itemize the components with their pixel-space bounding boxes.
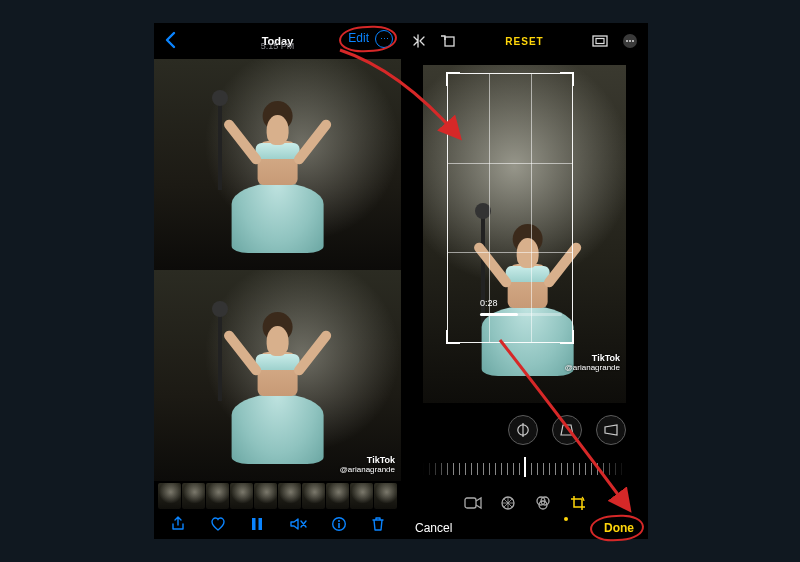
photos-viewer-pane: Today 5:15 PM Edit ⋯	[154, 23, 401, 539]
editor-mode-tabs	[401, 491, 648, 515]
video-preview-area[interactable]: TikTok @arianagrande	[154, 59, 401, 481]
crop-canvas[interactable]: TikTok @arianagrande 0:28	[401, 59, 648, 409]
info-icon[interactable]	[331, 516, 347, 532]
thumbnail[interactable]	[230, 483, 253, 509]
thumbnail[interactable]	[278, 483, 301, 509]
thumbnail[interactable]	[254, 483, 277, 509]
share-icon[interactable]	[170, 516, 186, 532]
cancel-button[interactable]: Cancel	[415, 521, 452, 535]
reset-button[interactable]: RESET	[505, 36, 543, 47]
preview-frame-bottom: TikTok @arianagrande	[154, 270, 401, 481]
pause-icon[interactable]	[250, 516, 264, 532]
rotate-icon[interactable]	[441, 34, 457, 48]
thumbnail[interactable]	[326, 483, 349, 509]
svg-rect-14	[465, 498, 476, 508]
thumbnail[interactable]	[182, 483, 205, 509]
thumbnail[interactable]	[374, 483, 397, 509]
tab-crop-icon[interactable]	[570, 495, 586, 511]
timecode-label: 0:28	[480, 298, 498, 308]
scrubber-thumbnails[interactable]	[154, 483, 401, 509]
more-icon[interactable]	[622, 33, 638, 49]
svg-rect-1	[259, 518, 263, 530]
crop-handle-tl[interactable]	[446, 72, 460, 86]
svg-point-10	[629, 40, 631, 42]
crop-handle-bl[interactable]	[446, 330, 460, 344]
watermark-handle: @arianagrande	[340, 465, 395, 474]
editor-footer: Cancel Done	[401, 517, 648, 539]
crop-header: RESET	[401, 23, 648, 59]
heart-icon[interactable]	[210, 516, 226, 532]
horizontal-perspective-button[interactable]	[596, 415, 626, 445]
flip-icon[interactable]	[411, 34, 427, 48]
speaker-muted-icon[interactable]	[289, 516, 307, 532]
svg-rect-0	[252, 518, 256, 530]
thumbnail[interactable]	[158, 483, 181, 509]
svg-point-9	[626, 40, 628, 42]
more-button[interactable]: ⋯	[375, 30, 393, 48]
tab-adjust-icon[interactable]	[500, 495, 516, 511]
tab-filters-icon[interactable]	[534, 495, 552, 511]
svg-point-3	[338, 520, 340, 522]
svg-rect-6	[593, 36, 607, 46]
thumbnail[interactable]	[206, 483, 229, 509]
svg-rect-5	[445, 37, 454, 46]
photos-bottom-toolbar	[154, 509, 401, 539]
crop-frame[interactable]: 0:28	[447, 73, 573, 343]
straighten-dial[interactable]	[423, 455, 626, 481]
preview-frame-top	[154, 59, 401, 270]
aspect-ratio-icon[interactable]	[592, 34, 608, 48]
watermark-brand: TikTok	[592, 353, 620, 363]
crop-handle-tr[interactable]	[560, 72, 574, 86]
thumbnail[interactable]	[302, 483, 325, 509]
svg-point-11	[632, 40, 634, 42]
screenshot-stage: Today 5:15 PM Edit ⋯	[154, 23, 648, 539]
tiktok-watermark: TikTok @arianagrande	[340, 456, 395, 475]
tiktok-watermark: TikTok @arianagrande	[565, 354, 620, 373]
photos-header: Today 5:15 PM Edit ⋯	[154, 23, 401, 59]
edit-button[interactable]: Edit	[348, 31, 369, 45]
watermark-brand: TikTok	[367, 455, 395, 465]
thumbnail[interactable]	[350, 483, 373, 509]
vertical-perspective-button[interactable]	[552, 415, 582, 445]
crop-handle-br[interactable]	[560, 330, 574, 344]
svg-rect-7	[596, 39, 604, 44]
trash-icon[interactable]	[371, 516, 385, 532]
scrub-bar[interactable]	[480, 313, 562, 316]
crop-editor-pane: RESET TikTok @arianag	[401, 23, 648, 539]
straighten-button[interactable]	[508, 415, 538, 445]
done-button[interactable]: Done	[604, 521, 634, 535]
tab-video-icon[interactable]	[464, 496, 482, 510]
watermark-handle: @arianagrande	[565, 363, 620, 372]
perspective-controls	[401, 415, 648, 445]
svg-rect-4	[338, 523, 340, 528]
